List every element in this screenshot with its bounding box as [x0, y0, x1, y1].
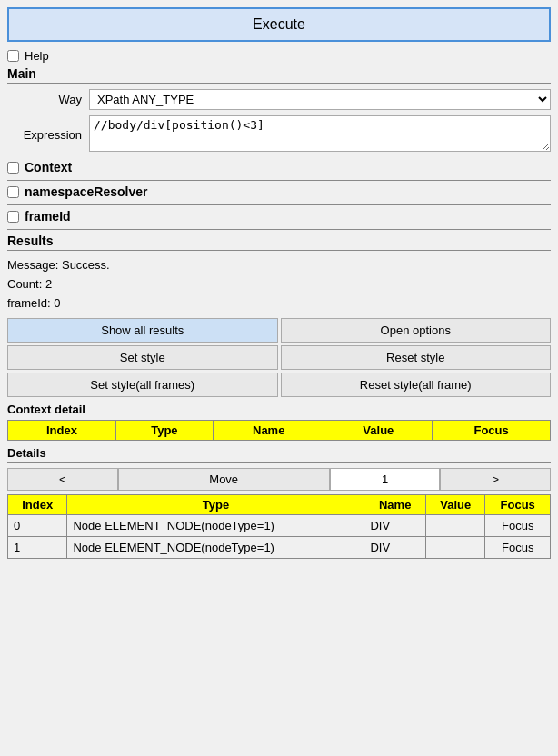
- details-type-1: Node ELEMENT_NODE(nodeType=1): [67, 537, 364, 559]
- move-forward-button[interactable]: >: [440, 468, 551, 491]
- move-label: Move: [118, 468, 330, 491]
- help-label: Help: [25, 49, 49, 63]
- details-row-0: 0Node ELEMENT_NODE(nodeType=1)DIVFocus: [8, 515, 551, 537]
- context-label: Context: [25, 160, 72, 174]
- way-select[interactable]: XPath ANY_TYPE XPath NUMBER_TYPE XPath S…: [89, 89, 551, 110]
- results-count: Count: 2: [7, 275, 551, 294]
- move-row: < Move 1 >: [7, 468, 551, 491]
- results-info: Message: Success. Count: 2 frameId: 0: [7, 256, 551, 313]
- open-options-button[interactable]: Open options: [281, 318, 552, 343]
- details-col-type: Type: [67, 495, 364, 515]
- move-back-button[interactable]: <: [7, 468, 118, 491]
- details-name-1: DIV: [364, 537, 426, 559]
- details-row-1: 1Node ELEMENT_NODE(nodeType=1)DIVFocus: [8, 537, 551, 559]
- help-row: Help: [7, 49, 551, 63]
- details-type-0: Node ELEMENT_NODE(nodeType=1): [67, 515, 364, 537]
- results-buttons: Show all results Open options Set style …: [7, 318, 551, 397]
- context-col-index: Index: [8, 421, 116, 441]
- context-col-name: Name: [213, 421, 324, 441]
- details-index-1: 1: [8, 537, 67, 559]
- context-checkbox[interactable]: [7, 162, 19, 174]
- context-col-focus: Focus: [433, 421, 551, 441]
- details-focus-0[interactable]: Focus: [485, 515, 551, 537]
- reset-style-all-frames-button[interactable]: Reset style(all frame): [281, 373, 552, 397]
- help-checkbox[interactable]: [7, 50, 19, 62]
- namespace-resolver-checkbox[interactable]: [7, 186, 19, 198]
- frame-id-label: frameId: [25, 209, 71, 224]
- move-number-input[interactable]: 1: [330, 468, 441, 491]
- expression-row: Expression //body/div[position()<3]: [7, 115, 551, 154]
- context-detail-title: Context detail: [7, 403, 551, 416]
- main-title: Main: [7, 66, 551, 84]
- context-section: Context: [7, 160, 551, 181]
- set-style-button[interactable]: Set style: [7, 345, 278, 370]
- context-detail-table: Index Type Name Value Focus: [7, 420, 551, 441]
- set-style-all-frames-button[interactable]: Set style(all frames): [7, 373, 278, 397]
- details-col-name: Name: [364, 495, 426, 515]
- namespace-resolver-label: namespaceResolver: [25, 184, 147, 199]
- context-col-type: Type: [115, 421, 213, 441]
- details-value-0: [425, 515, 484, 537]
- execute-button[interactable]: Execute: [7, 7, 551, 42]
- results-message: Message: Success.: [7, 256, 551, 275]
- details-index-0: 0: [8, 515, 67, 537]
- reset-style-button[interactable]: Reset style: [281, 345, 552, 370]
- details-focus-1[interactable]: Focus: [485, 537, 551, 559]
- way-label: Way: [7, 93, 89, 106]
- frame-id-checkbox[interactable]: [7, 211, 19, 223]
- details-title: Details: [7, 446, 551, 463]
- expression-input[interactable]: //body/div[position()<3]: [89, 115, 551, 152]
- details-col-index: Index: [8, 495, 67, 515]
- context-col-value: Value: [324, 421, 433, 441]
- frame-id-section: frameId: [7, 209, 551, 230]
- namespace-resolver-section: namespaceResolver: [7, 184, 551, 205]
- details-col-value: Value: [425, 495, 484, 515]
- details-table: Index Type Name Value Focus 0Node ELEMEN…: [7, 494, 551, 559]
- results-title: Results: [7, 234, 551, 251]
- details-col-focus: Focus: [485, 495, 551, 515]
- details-name-0: DIV: [364, 515, 426, 537]
- show-all-results-button[interactable]: Show all results: [7, 318, 278, 343]
- details-value-1: [425, 537, 484, 559]
- results-frame-id: frameId: 0: [7, 294, 551, 313]
- expression-label: Expression: [7, 128, 89, 142]
- way-row: Way XPath ANY_TYPE XPath NUMBER_TYPE XPa…: [7, 89, 551, 110]
